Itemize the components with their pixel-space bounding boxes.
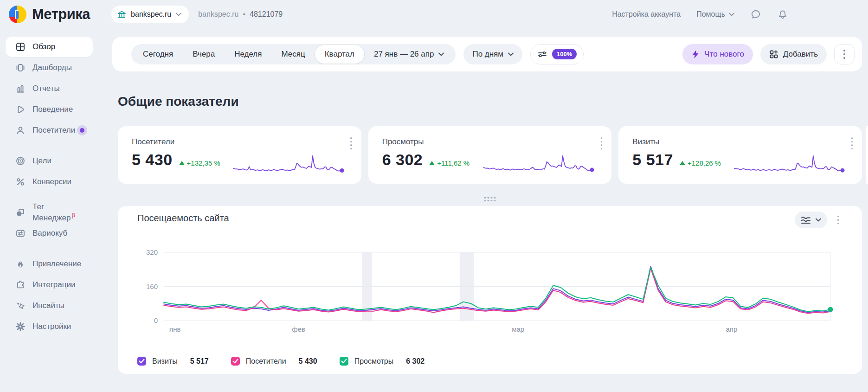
legend-value: 5 430 [299, 357, 317, 366]
toolbar-right: Что нового Добавить [682, 44, 855, 64]
legend-value: 5 517 [190, 357, 209, 366]
sidebar-item-conversions[interactable]: Конверсии [6, 172, 93, 192]
views-line [164, 267, 830, 312]
checkbox-checked-icon [231, 357, 240, 366]
sampling-badge: 100% [552, 49, 577, 59]
sidebar-item-label: Настройки [32, 322, 71, 331]
sidebar-item-varioqub[interactable]: Вариокуб [6, 223, 93, 244]
chevron-down-icon [438, 52, 444, 56]
metric-card-visits[interactable]: Визиты 5 517 +128,26 % [618, 126, 862, 184]
chevron-down-icon [729, 13, 734, 16]
counter-id: 48121079 [250, 10, 283, 19]
bell-icon [777, 9, 788, 20]
traffic-widget: Посещаемость сайта 0160320янвфевмарапр В… [118, 206, 862, 374]
kebab-icon [843, 50, 845, 59]
metric-value: 6 302 [382, 151, 423, 169]
metric-delta: +111,62 % [429, 159, 469, 167]
sidebar-item-visitors[interactable]: Посетители [6, 120, 93, 141]
sidebar-item-dashboards[interactable]: Дашборды [6, 58, 93, 78]
preset-month-button[interactable]: Месяц [271, 44, 315, 64]
counter-switcher-label: bankspec.ru [131, 10, 171, 19]
sidebar-item-label: Вариокуб [32, 229, 67, 238]
counter-switcher[interactable]: bankspec.ru [111, 6, 189, 23]
brand-title: Метрика [32, 6, 90, 23]
sidebar-item-label: Тег Менеджерβ [32, 202, 88, 223]
metric-card-pageviews[interactable]: Просмотры 6 302 +111,62 % [368, 126, 612, 184]
metric-delta: +132,35 % [179, 159, 220, 167]
preset-today-button[interactable]: Сегодня [133, 44, 183, 64]
bank-icon [117, 10, 126, 19]
visits-line [164, 266, 830, 313]
svg-text:320: 320 [146, 248, 158, 256]
gear-icon [15, 321, 26, 332]
sidebar: Обзор Дашборды Отчеты Поведение Посетите… [0, 29, 98, 337]
feedback-chat-button[interactable] [750, 9, 761, 20]
sparkle-icon [15, 301, 26, 311]
sidebar-item-attraction[interactable]: Привлечение [6, 254, 93, 274]
next-card-edge [866, 126, 868, 184]
sparkline [231, 152, 348, 178]
card-menu-button[interactable] [350, 137, 352, 149]
legend-item-visits[interactable]: Визиты 5 517 [137, 357, 209, 366]
preset-yesterday-button[interactable]: Вчера [183, 44, 225, 64]
svg-text:янв: янв [169, 325, 180, 333]
views-end-dot [828, 307, 833, 312]
svg-text:фев: фев [292, 325, 305, 333]
app-logo[interactable]: Метрика [0, 6, 90, 23]
date-preset-group: Сегодня Вчера Неделя Месяц Квартал 27 ян… [131, 44, 456, 64]
sidebar-item-label: Цели [32, 156, 51, 166]
notifications-button[interactable] [777, 9, 788, 20]
sidebar-item-overview[interactable]: Обзор [6, 37, 93, 57]
top-right-nav: Настройка аккаунта Помощь [612, 9, 868, 20]
metric-title: Посетители [132, 137, 350, 147]
card-menu-button[interactable] [851, 137, 853, 149]
filter-toolbar: Сегодня Вчера Неделя Месяц Квартал 27 ян… [112, 37, 862, 71]
svg-text:0: 0 [154, 316, 158, 324]
chart-legend: Визиты 5 517 Посетители 5 430 Просмотры … [137, 357, 424, 366]
account-settings-link[interactable]: Настройка аккаунта [612, 10, 681, 19]
add-widget-button[interactable]: Добавить [760, 44, 827, 64]
legend-item-pageviews[interactable]: Просмотры 6 302 [340, 357, 425, 366]
percent-icon [15, 177, 26, 187]
widget-drag-handle[interactable] [484, 197, 496, 201]
counter-info: bankspec.ru • 48121079 [198, 10, 283, 19]
sidebar-item-reports[interactable]: Отчеты [6, 78, 93, 99]
date-range-selector[interactable]: 27 янв — 26 апр [364, 44, 454, 64]
date-range-label: 27 янв — 26 апр [374, 50, 434, 59]
sidebar-item-label: Интеграции [32, 280, 76, 289]
sidebar-item-goals[interactable]: Цели [6, 151, 93, 171]
preset-week-button[interactable]: Неделя [225, 44, 271, 64]
counter-separator: • [243, 10, 245, 19]
add-widget-icon [769, 50, 778, 59]
sidebar-item-settings[interactable]: Настройки [6, 316, 93, 337]
help-menu[interactable]: Помощь [696, 10, 734, 19]
sampling-control[interactable]: 100% [530, 44, 584, 64]
tag-manager-icon [15, 207, 26, 218]
sidebar-item-label: Посетители [32, 126, 75, 135]
card-menu-button[interactable] [601, 137, 603, 149]
legend-item-visitors[interactable]: Посетители 5 430 [231, 357, 317, 366]
sliders-icon [537, 49, 547, 59]
sidebar-item-label: Привлечение [32, 259, 81, 269]
legend-value: 6 302 [406, 357, 424, 366]
sidebar-item-behavior[interactable]: Поведение [6, 99, 93, 120]
preset-quarter-button[interactable]: Квартал [315, 45, 364, 64]
toolbar-more-button[interactable] [834, 44, 855, 64]
metric-title: Просмотры [382, 137, 601, 147]
sidebar-item-label: Конверсии [32, 177, 71, 186]
metric-value: 5 517 [632, 151, 673, 169]
chevron-down-icon [508, 52, 514, 56]
traffic-line-chart[interactable]: 0160320янвфевмарапр [118, 206, 862, 374]
sidebar-item-integrations[interactable]: Интеграции [6, 275, 93, 295]
varioqub-icon [15, 228, 26, 238]
whats-new-button[interactable]: Что нового [682, 44, 753, 64]
metric-title: Визиты [632, 137, 851, 147]
metric-card-visitors[interactable]: Посетители 5 430 +132,35 % [118, 126, 361, 184]
metric-cards-row: Посетители 5 430 +132,35 % Просмотры 6 3… [118, 126, 862, 184]
chat-bubble-icon [750, 9, 761, 20]
granularity-selector[interactable]: По дням [463, 44, 522, 64]
svg-text:мар: мар [512, 325, 524, 333]
flame-icon [15, 259, 26, 269]
sidebar-item-insights[interactable]: Инсайты [6, 296, 93, 316]
sidebar-item-tag-manager[interactable]: Тег Менеджерβ [6, 202, 93, 223]
